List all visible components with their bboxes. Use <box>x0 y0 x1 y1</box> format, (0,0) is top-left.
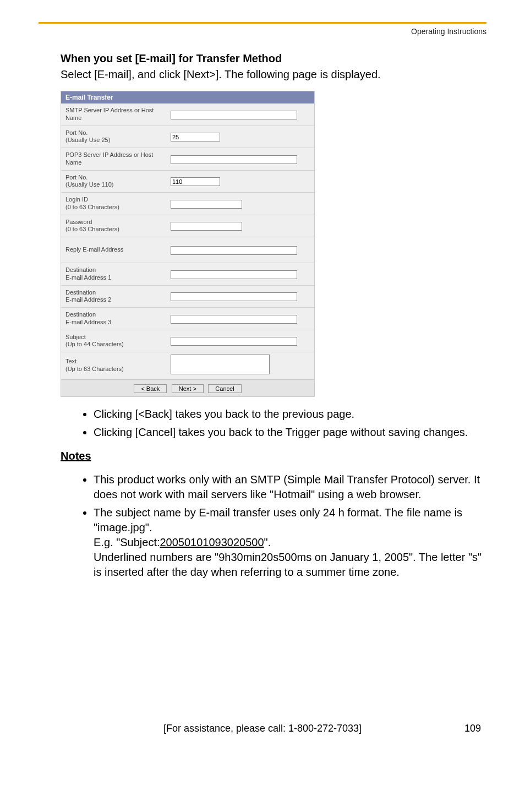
header-doc-label: Operating Instructions <box>39 27 486 36</box>
page-number: 109 <box>448 723 481 734</box>
text-textarea[interactable] <box>171 355 270 374</box>
dest3-input[interactable] <box>171 315 297 324</box>
note-subject-eg-suffix: ". <box>264 536 271 548</box>
section-lead: Select [E-mail], and click [Next>]. The … <box>61 68 486 81</box>
dest1-input[interactable] <box>171 270 297 279</box>
cancel-button[interactable]: Cancel <box>208 384 241 393</box>
dest1-label: DestinationE-mail Address 1 <box>61 263 166 285</box>
subject-label: Subject(Up to 44 Characters) <box>61 330 166 352</box>
page-footer: [For assistance, please call: 1-800-272-… <box>39 723 486 734</box>
dest2-label: DestinationE-mail Address 2 <box>61 286 166 308</box>
panel-title: E-mail Transfer <box>61 91 314 103</box>
smtp-input[interactable] <box>171 111 297 119</box>
note-subject-eg-prefix: E.g. "Subject: <box>94 536 160 548</box>
instruction-bullets: Clicking [<Back] takes you back to the p… <box>61 407 486 440</box>
reply-email-input[interactable] <box>171 246 297 255</box>
note-subject-line3: Underlined numbers are "9h30min20s500ms … <box>94 551 482 578</box>
notes-heading: Notes <box>61 450 486 462</box>
password-label: Password(0 to 63 Characters) <box>61 215 166 237</box>
bullet-back: Clicking [<Back] takes you back to the p… <box>94 407 486 422</box>
text-label: Text(Up to 63 Characters) <box>61 355 166 377</box>
pop3-port-input[interactable] <box>171 177 220 186</box>
bullet-cancel: Clicking [Cancel] takes you back to the … <box>94 425 486 440</box>
note-subject: The subject name by E-mail transfer uses… <box>94 505 486 580</box>
reply-email-label: Reply E-mail Address <box>61 243 166 257</box>
subject-input[interactable] <box>171 337 297 346</box>
top-rule <box>39 22 486 24</box>
login-id-label: Login ID(0 to 63 Characters) <box>61 193 166 215</box>
smtp-port-label: Port No.(Usually Use 25) <box>61 126 166 148</box>
back-button[interactable]: < Back <box>134 384 167 393</box>
pop3-input[interactable] <box>171 155 297 164</box>
dest3-label: DestinationE-mail Address 3 <box>61 308 166 330</box>
password-input[interactable] <box>171 222 242 231</box>
next-button[interactable]: Next > <box>172 384 204 393</box>
smtp-port-input[interactable] <box>171 133 220 141</box>
note-subject-eg-underlined: 20050101093020500 <box>160 536 264 548</box>
smtp-label: SMTP Server IP Address or Host Name <box>61 103 166 126</box>
dest2-input[interactable] <box>171 292 297 301</box>
button-bar: < Back Next > Cancel <box>61 379 314 396</box>
email-transfer-panel: E-mail Transfer SMTP Server IP Address o… <box>61 91 315 397</box>
notes-bullets: This product works only with an SMTP (Si… <box>61 472 486 580</box>
pop3-port-label: Port No.(Usually Use 110) <box>61 171 166 193</box>
login-id-input[interactable] <box>171 200 242 209</box>
note-smtp: This product works only with an SMTP (Si… <box>94 472 486 502</box>
section-title: When you set [E-mail] for Transfer Metho… <box>61 52 486 65</box>
note-subject-line1: The subject name by E-mail transfer uses… <box>94 506 462 533</box>
footer-assistance: [For assistance, please call: 1-800-272-… <box>77 723 448 734</box>
pop3-label: POP3 Server IP Address or Host Name <box>61 148 166 170</box>
